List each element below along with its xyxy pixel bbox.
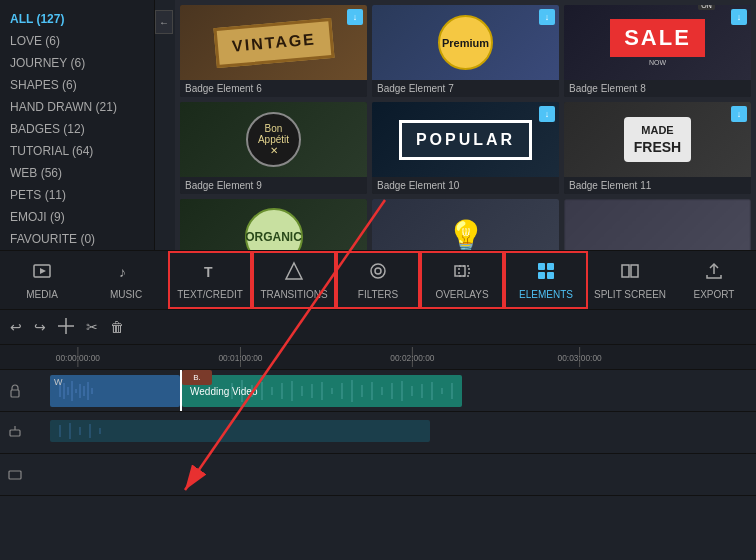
- sidebar-item-tutorial[interactable]: TUTORIAL (64): [0, 140, 154, 162]
- toolbar-splitscreen-label: SPLIT SCREEN: [594, 289, 666, 300]
- elements-icon: [536, 261, 556, 286]
- sidebar-item-pets[interactable]: PETS (11): [0, 184, 154, 206]
- badge7-label: Badge Element 7: [372, 80, 559, 97]
- playhead-line: [180, 370, 182, 411]
- ruler-svg: 00:00:00:00 00:01:00:00 00:02:00:00 00:0…: [50, 347, 706, 367]
- download-icon-7[interactable]: ↓: [539, 9, 555, 25]
- badge-segment-label: B.: [193, 373, 201, 382]
- media-icon: [32, 261, 52, 286]
- badge-segment[interactable]: B.: [182, 370, 212, 385]
- toolbar-overlays[interactable]: OVERLAYS: [420, 251, 504, 309]
- main-video-segment[interactable]: Wedding Video: [182, 375, 462, 407]
- badge11-preview: MADE FRESH: [624, 117, 691, 161]
- cut-button[interactable]: ✂: [86, 319, 98, 335]
- track-row-extra: [0, 454, 756, 496]
- transitions-icon: [284, 261, 304, 286]
- toolbar-media[interactable]: MEDIA: [0, 251, 84, 309]
- svg-rect-7: [455, 266, 465, 276]
- audio-segment[interactable]: [50, 420, 430, 442]
- badge9-preview: Bon Appétit ✕: [246, 112, 301, 167]
- svg-rect-11: [538, 272, 545, 279]
- toolbar-textcredit-label: TEXT/CREDIT: [177, 289, 243, 300]
- svg-point-5: [371, 264, 385, 278]
- toolbar-elements[interactable]: ELEMENTS: [504, 251, 588, 309]
- badge10-label: Badge Element 10: [372, 177, 559, 194]
- timeline-tracks: W Wedding Video: [0, 370, 756, 560]
- track-segment-1[interactable]: W: [50, 375, 180, 407]
- svg-rect-12: [547, 272, 554, 279]
- badge9-label: Badge Element 9: [180, 177, 367, 194]
- filters-icon: [368, 261, 388, 286]
- badge6-label: Badge Element 6: [180, 80, 367, 97]
- delete-button[interactable]: 🗑: [110, 319, 124, 335]
- timeline-controls: ↩ ↪ ✂ 🗑: [0, 310, 756, 345]
- export-icon: [704, 261, 724, 286]
- svg-rect-9: [538, 263, 545, 270]
- track-audio-icon: [0, 426, 30, 440]
- timeline-ruler: 00:00:00:00 00:01:00:00 00:02:00:00 00:0…: [0, 345, 756, 370]
- badge8-thumb: ON SALE NOW: [564, 5, 751, 80]
- svg-rect-10: [547, 263, 554, 270]
- collapse-sidebar-button[interactable]: ←: [155, 10, 173, 34]
- toolbar-export-label: EXPORT: [694, 289, 735, 300]
- badge9-thumb: Bon Appétit ✕: [180, 102, 367, 177]
- sidebar-item-journey[interactable]: JOURNEY (6): [0, 52, 154, 74]
- svg-marker-1: [40, 268, 46, 274]
- sidebar-item-favourite[interactable]: FAVOURITE (0): [0, 228, 154, 250]
- toolbar-export[interactable]: EXPORT: [672, 251, 756, 309]
- download-icon-11[interactable]: ↓: [731, 106, 747, 122]
- grid-item-badge11[interactable]: MADE FRESH ↓ Badge Element 11: [564, 102, 751, 194]
- badge7-thumb: Premium: [372, 5, 559, 80]
- toolbar-media-label: MEDIA: [26, 289, 58, 300]
- svg-text:00:00:00:00: 00:00:00:00: [56, 353, 100, 363]
- svg-rect-14: [631, 265, 638, 277]
- grid-item-badge8[interactable]: ON SALE NOW ↓ Badge Element 8: [564, 5, 751, 97]
- main-track-content: W Wedding Video: [30, 370, 756, 411]
- badge11-thumb: MADE FRESH: [564, 102, 751, 177]
- badge6-thumb: VINTAGE: [180, 5, 367, 80]
- badge10-thumb: POPULAR: [372, 102, 559, 177]
- toolbar-transitions-label: TRANSITIONS: [260, 289, 327, 300]
- overlays-icon: [452, 261, 472, 286]
- grid-item-badge10[interactable]: POPULAR ↓ Badge Element 10: [372, 102, 559, 194]
- sidebar-item-love[interactable]: LOVE (6): [0, 30, 154, 52]
- badge8-label: Badge Element 8: [564, 80, 751, 97]
- badge11-label: Badge Element 11: [564, 177, 751, 194]
- sidebar-item-handdrawn[interactable]: HAND DRAWN (21): [0, 96, 154, 118]
- textcredit-icon: T: [200, 261, 220, 286]
- sidebar-item-web[interactable]: WEB (56): [0, 162, 154, 184]
- svg-rect-58: [10, 430, 20, 436]
- toolbar-filters-label: FILTERS: [358, 289, 398, 300]
- toolbar-music[interactable]: ♪ MUSIC: [84, 251, 168, 309]
- redo-button[interactable]: ↪: [34, 319, 46, 335]
- svg-text:00:02:00:00: 00:02:00:00: [390, 353, 434, 363]
- svg-rect-8: [459, 266, 469, 276]
- download-icon-8[interactable]: ↓: [731, 9, 747, 25]
- toolbar-splitscreen[interactable]: SPLIT SCREEN: [588, 251, 672, 309]
- track-row-audio: [0, 412, 756, 454]
- badge8-preview: SALE: [610, 19, 705, 57]
- svg-rect-25: [11, 390, 19, 397]
- track-lock-icon[interactable]: [0, 384, 30, 398]
- splitscreen-icon: [620, 261, 640, 286]
- sidebar-item-emoji[interactable]: EMOJI (9): [0, 206, 154, 228]
- undo-button[interactable]: ↩: [10, 319, 22, 335]
- sidebar-item-all[interactable]: ALL (127): [0, 8, 154, 30]
- grid-item-badge7[interactable]: Premium ↓ Badge Element 7: [372, 5, 559, 97]
- svg-rect-13: [622, 265, 629, 277]
- toolbar-transitions[interactable]: TRANSITIONS: [252, 251, 336, 309]
- sidebar-item-badges[interactable]: BADGES (12): [0, 118, 154, 140]
- download-icon-10[interactable]: ↓: [539, 106, 555, 122]
- sidebar-item-shapes[interactable]: SHAPES (6): [0, 74, 154, 96]
- badge7-preview: Premium: [438, 15, 493, 70]
- svg-marker-4: [286, 263, 302, 279]
- grid-item-badge6[interactable]: VINTAGE ↓ Badge Element 6: [180, 5, 367, 97]
- grid-item-badge9[interactable]: Bon Appétit ✕ Badge Element 9: [180, 102, 367, 194]
- badge10-preview: POPULAR: [399, 120, 532, 160]
- download-icon-6[interactable]: ↓: [347, 9, 363, 25]
- toolbar-filters[interactable]: FILTERS: [336, 251, 420, 309]
- svg-text:♪: ♪: [119, 264, 126, 280]
- toolbar-textcredit[interactable]: T TEXT/CREDIT: [168, 251, 252, 309]
- split-button[interactable]: [58, 318, 74, 337]
- svg-text:T: T: [204, 264, 213, 280]
